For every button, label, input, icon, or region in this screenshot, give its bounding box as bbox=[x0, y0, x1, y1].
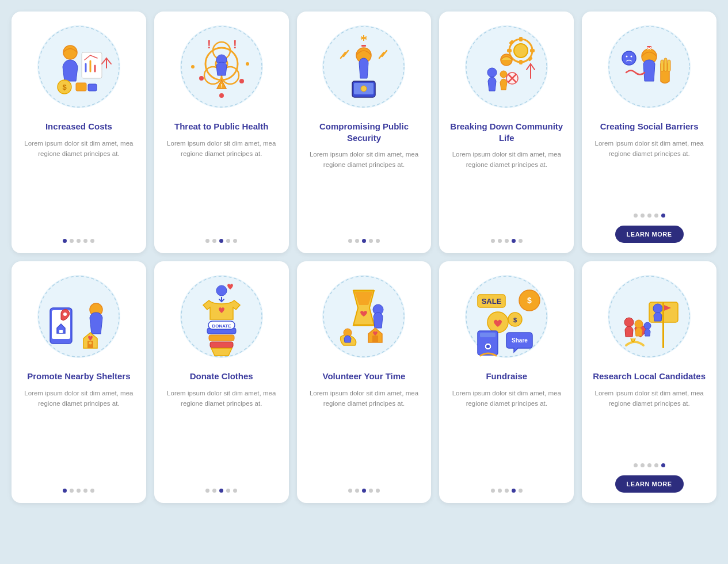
svg-point-111 bbox=[624, 318, 634, 327]
dot-4 bbox=[654, 463, 658, 467]
dot-4 bbox=[654, 214, 658, 218]
dot-3 bbox=[219, 239, 223, 243]
dot-5 bbox=[376, 239, 380, 243]
svg-point-66 bbox=[631, 56, 632, 58]
card-body: Lorem ipsum dolor sit dim amet, mea regi… bbox=[20, 138, 138, 231]
svg-point-27 bbox=[246, 62, 249, 66]
card-title: Donate Clothes bbox=[190, 371, 253, 382]
card-fundraise: SALE $ $ Share bbox=[439, 261, 574, 503]
card-grid: $ Increased Costs Lorem ipsum dolor sit … bbox=[12, 12, 716, 503]
dot-4 bbox=[226, 239, 230, 243]
dot-5 bbox=[233, 239, 237, 243]
svg-point-72 bbox=[63, 313, 67, 316]
dot-2 bbox=[641, 214, 645, 218]
card-body: Lorem ipsum dolor sit dim amet, mea regi… bbox=[162, 138, 281, 231]
dot-3 bbox=[77, 489, 81, 493]
svg-rect-45 bbox=[530, 49, 535, 52]
card-title: Breaking Down Community Life bbox=[447, 121, 566, 143]
svg-rect-62 bbox=[664, 58, 667, 71]
svg-rect-10 bbox=[88, 84, 97, 91]
card-threat-public-health: ! ! ! Threat to Public Health Lorem ipsu… bbox=[154, 12, 289, 253]
pagination-dots bbox=[634, 214, 665, 218]
dot-3 bbox=[362, 489, 366, 493]
svg-text:!: ! bbox=[220, 83, 222, 89]
dot-1 bbox=[491, 239, 495, 243]
svg-point-109 bbox=[653, 304, 662, 313]
dot-2 bbox=[212, 489, 216, 493]
card-title: Creating Social Barriers bbox=[600, 121, 699, 132]
svg-rect-103 bbox=[480, 333, 496, 337]
card-body: Lorem ipsum dolor sit dim amet, mea regi… bbox=[590, 138, 708, 206]
svg-point-0 bbox=[37, 25, 120, 108]
dot-2 bbox=[355, 239, 359, 243]
dot-1 bbox=[348, 239, 352, 243]
dot-5 bbox=[519, 489, 523, 493]
dot-1 bbox=[63, 489, 67, 493]
dot-5 bbox=[661, 463, 665, 467]
dot-4 bbox=[369, 239, 373, 243]
dot-5 bbox=[519, 239, 523, 243]
illustration-threat-health: ! ! ! bbox=[176, 21, 268, 113]
dot-4 bbox=[512, 489, 516, 493]
dot-2 bbox=[70, 489, 74, 493]
dot-3 bbox=[362, 239, 366, 243]
illustration-shelters bbox=[33, 270, 125, 363]
svg-text:$: $ bbox=[513, 317, 517, 323]
card-increased-costs: $ Increased Costs Lorem ipsum dolor sit … bbox=[12, 12, 146, 253]
svg-text:DONATE: DONATE bbox=[212, 323, 231, 329]
dot-2 bbox=[498, 489, 502, 493]
svg-rect-71 bbox=[59, 330, 63, 333]
dot-1 bbox=[634, 214, 638, 218]
svg-point-23 bbox=[199, 76, 204, 81]
svg-point-75 bbox=[89, 342, 92, 345]
svg-point-26 bbox=[191, 65, 195, 68]
illustration-barriers bbox=[603, 21, 695, 113]
dot-2 bbox=[498, 239, 502, 243]
dot-3 bbox=[505, 239, 509, 243]
svg-rect-90 bbox=[372, 336, 378, 342]
pagination-dots bbox=[205, 489, 237, 493]
svg-point-112 bbox=[635, 320, 643, 328]
dot-4 bbox=[83, 489, 87, 493]
dot-1 bbox=[205, 239, 209, 243]
dot-5 bbox=[90, 239, 94, 243]
card-promote-shelters: Promote Nearby Shelters Lorem ipsum dolo… bbox=[12, 261, 146, 503]
pagination-dots bbox=[491, 239, 523, 243]
pagination-dots bbox=[491, 489, 523, 493]
learn-more-button[interactable]: LEARN MORE bbox=[615, 226, 684, 243]
dot-2 bbox=[212, 239, 216, 243]
dot-3 bbox=[647, 463, 651, 467]
pagination-dots bbox=[348, 239, 380, 243]
card-title: Volunteer Your Time bbox=[323, 371, 406, 382]
card-title: Increased Costs bbox=[45, 121, 112, 132]
dot-1 bbox=[634, 463, 638, 467]
card-body: Lorem ipsum dolor sit dim amet, mea regi… bbox=[447, 149, 566, 231]
card-social-barriers: Creating Social Barriers Lorem ipsum dol… bbox=[582, 12, 716, 253]
svg-rect-80 bbox=[210, 342, 233, 348]
illustration-security bbox=[318, 21, 410, 113]
svg-rect-43 bbox=[519, 60, 523, 64]
svg-point-49 bbox=[487, 68, 497, 77]
dot-4 bbox=[512, 239, 516, 243]
dot-1 bbox=[63, 239, 67, 243]
card-body: Lorem ipsum dolor sit dim amet, mea regi… bbox=[305, 388, 424, 481]
svg-text:SALE: SALE bbox=[482, 297, 502, 306]
dot-2 bbox=[355, 489, 359, 493]
dot-2 bbox=[70, 239, 74, 243]
illustration-increased-costs: $ bbox=[33, 21, 125, 113]
dot-1 bbox=[348, 489, 352, 493]
svg-point-64 bbox=[622, 51, 636, 65]
svg-rect-79 bbox=[209, 335, 234, 341]
dot-3 bbox=[219, 489, 223, 493]
pagination-dots bbox=[634, 463, 665, 467]
illustration-fundraise: SALE $ $ Share bbox=[460, 270, 552, 363]
card-body: Lorem ipsum dolor sit dim amet, mea regi… bbox=[162, 388, 281, 481]
learn-more-button-2[interactable]: LEARN MORE bbox=[615, 475, 684, 493]
card-volunteer: Volunteer Your Time Lorem ipsum dolor si… bbox=[297, 261, 432, 503]
dot-3 bbox=[77, 239, 81, 243]
svg-point-34 bbox=[361, 86, 367, 92]
svg-text:$: $ bbox=[62, 83, 67, 92]
svg-rect-42 bbox=[519, 37, 523, 41]
svg-text:!: ! bbox=[207, 38, 211, 51]
svg-point-38 bbox=[465, 25, 548, 108]
